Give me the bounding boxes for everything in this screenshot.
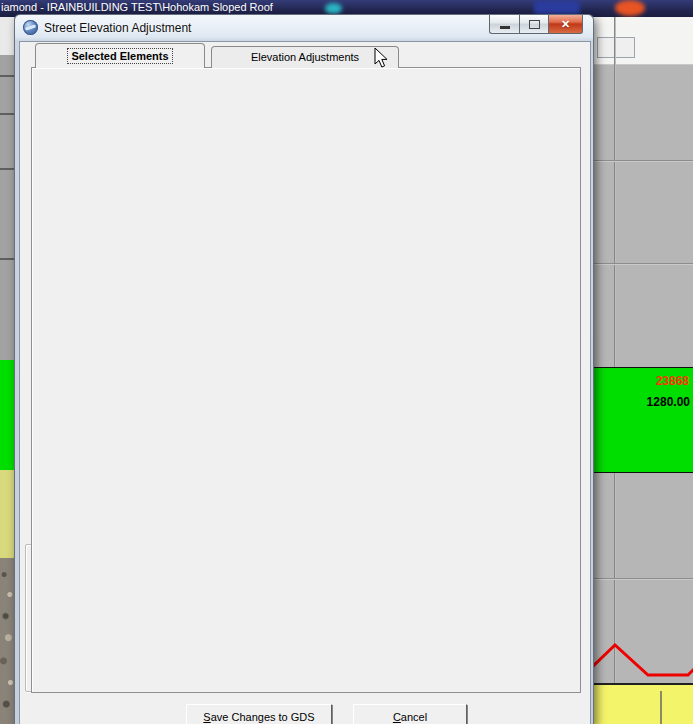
tab-elevation-adjustments[interactable]: Elevation Adjustments — [211, 46, 399, 68]
close-button[interactable]: ✕ — [548, 15, 583, 34]
tab-label: Selected Elements — [68, 49, 171, 63]
background-left-strip — [0, 17, 14, 724]
save-changes-button[interactable]: Save Changes to GDS — [186, 704, 332, 724]
yellow-band-left — [0, 470, 14, 558]
street-elevation-adjustment-dialog: Street Elevation Adjustment ✕ Selected E… — [14, 14, 594, 724]
green-band-left — [0, 360, 14, 470]
taskbar-blob-orange — [615, 0, 645, 16]
background-toolbar — [592, 17, 693, 65]
tab-label: Elevation Adjustments — [251, 51, 359, 63]
taskbar-blob-blue — [534, 0, 580, 15]
maximize-button[interactable] — [519, 15, 548, 34]
globe-icon — [23, 20, 38, 35]
background-right-strip: 23868 1280.00 — [592, 17, 693, 724]
grid-element-cell: 23868 1280.00 — [592, 367, 693, 473]
tab-selected-elements[interactable]: Selected Elements — [35, 43, 205, 68]
street-profile-redline — [592, 623, 693, 683]
mouse-cursor — [373, 47, 389, 69]
yellow-band-right — [592, 683, 693, 724]
element-elevation-label: 1280.00 — [647, 395, 690, 409]
background-app-title: iamond - IRAINBUILDING TEST\Hohokam Slop… — [1, 1, 273, 13]
cancel-button[interactable]: Cancel — [353, 704, 467, 724]
maximize-icon — [529, 20, 540, 29]
minimize-button[interactable] — [489, 15, 519, 34]
tab-page — [31, 67, 581, 693]
dialog-title: Street Elevation Adjustment — [44, 21, 191, 35]
close-icon: ✕ — [561, 18, 570, 31]
minimize-icon — [500, 26, 510, 29]
taskbar-blob-teal — [325, 3, 342, 14]
aerial-photo — [0, 558, 14, 724]
element-id-label: 23868 — [656, 374, 689, 388]
background-toolbar-button — [597, 37, 635, 58]
